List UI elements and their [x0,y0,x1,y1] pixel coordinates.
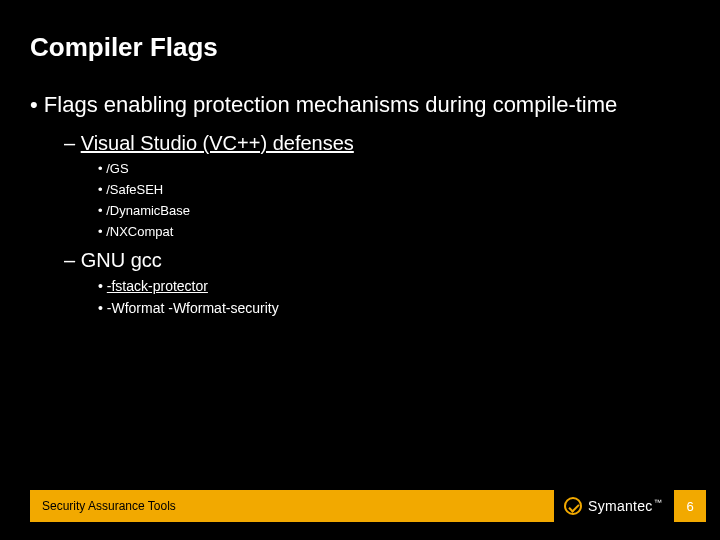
gcc-flag-wformat: -Wformat -Wformat-security [98,300,690,316]
footer-bar: Security Assurance Tools [30,490,554,522]
vs-flag-nxcompat: /NXCompat [98,224,690,239]
subhead-vs: Visual Studio (VC++) defenses [64,132,690,155]
vs-flag-safeseh: /SafeSEH [98,182,690,197]
page-number: 6 [674,490,706,522]
brand-name: Symantec™ [588,498,662,514]
check-icon [564,497,582,515]
gcc-flag-fstack: -fstack-protector [98,278,690,294]
vs-flag-dynamicbase: /DynamicBase [98,203,690,218]
footer-title: Security Assurance Tools [42,499,176,513]
slide-body: Flags enabling protection mechanisms dur… [30,92,690,316]
slide: Compiler Flags Flags enabling protection… [0,0,720,540]
brand-logo: Symantec™ [564,490,662,522]
footer: Security Assurance Tools Symantec™ 6 [0,490,720,522]
link-vs-defenses[interactable]: Visual Studio (VC++) defenses [81,132,354,154]
vs-flag-gs: /GS [98,161,690,176]
link-fstack-protector[interactable]: -fstack-protector [107,278,208,294]
subhead-gcc: GNU gcc [64,249,690,272]
slide-title: Compiler Flags [30,32,218,63]
bullet-main: Flags enabling protection mechanisms dur… [30,92,690,118]
